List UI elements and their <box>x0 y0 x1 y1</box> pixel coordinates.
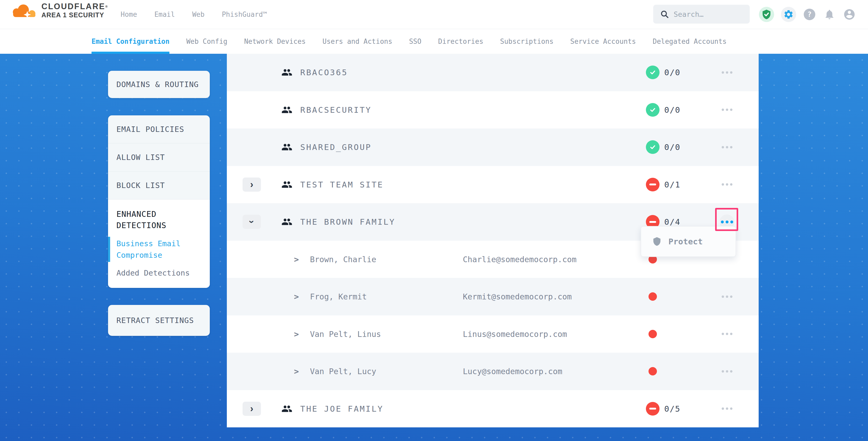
sidebar-item-domains-routing[interactable]: DOMAINS & ROUTING <box>108 71 210 98</box>
sidebar-card-domains: DOMAINS & ROUTING <box>108 71 210 98</box>
row-menu-button[interactable] <box>720 364 734 379</box>
tab-delegated-accounts[interactable]: Delegated Accounts <box>653 29 727 54</box>
status-protected-icon <box>646 103 659 117</box>
nav-email[interactable]: Email <box>154 10 175 18</box>
member-name: Van Pelt, Linus <box>310 329 381 339</box>
app: CLOUDFLARE® AREA 1 SECURITY HomeEmailWeb… <box>0 0 868 441</box>
member-email: Kermit@somedemocorp.com <box>463 292 572 301</box>
protection-count: 0/0 <box>664 68 681 77</box>
row-menu-button[interactable] <box>720 177 734 192</box>
row-menu-button[interactable] <box>720 140 734 154</box>
nav-web[interactable]: Web <box>192 10 205 18</box>
status-unprotected-icon <box>646 178 659 191</box>
member-name: Van Pelt, Lucy <box>310 367 376 376</box>
search-input[interactable] <box>673 10 742 19</box>
table-row-group: RBACSECURITY0/0 <box>227 91 758 129</box>
sidebar-item-business-email-compromise[interactable]: Business Email Compromise <box>108 238 210 261</box>
group-name: SHARED_GROUP <box>300 143 372 152</box>
header-icons: ? <box>759 0 856 29</box>
protection-count: 0/0 <box>664 143 681 152</box>
table-row-group: RBACO3650/0 <box>227 54 758 91</box>
expand-toggle-button[interactable]: › <box>243 215 261 229</box>
chevron-right-icon: › <box>250 180 253 189</box>
people-icon <box>281 141 292 153</box>
people-icon <box>281 403 292 414</box>
expand-toggle-button[interactable]: › <box>243 178 261 192</box>
gear-icon[interactable] <box>781 7 796 22</box>
top-header: CLOUDFLARE® AREA 1 SECURITY HomeEmailWeb… <box>0 0 868 29</box>
brand-name: CLOUDFLARE® <box>41 2 107 11</box>
group-name: RBACSECURITY <box>300 105 372 115</box>
sidebar-item-enhanced-detections[interactable]: ENHANCED DETECTIONS <box>108 209 210 231</box>
cloudflare-logo[interactable]: CLOUDFLARE® AREA 1 SECURITY <box>11 2 107 20</box>
tab-email-configuration[interactable]: Email Configuration <box>92 29 169 54</box>
expand-toggle-button[interactable]: › <box>243 402 261 416</box>
sidebar-section-enhanced-detections: ENHANCED DETECTIONS Business Email Compr… <box>108 199 210 288</box>
row-menu-button[interactable] <box>720 327 734 341</box>
status-unprotected-icon <box>646 402 659 416</box>
protect-menu-item[interactable]: Protect <box>669 237 703 246</box>
protection-count: 0/4 <box>664 217 681 226</box>
tab-directories[interactable]: Directories <box>438 29 483 54</box>
search-box <box>653 5 750 24</box>
tab-sso[interactable]: SSO <box>409 29 422 54</box>
table-row-group: ›THE JOE FAMILY0/5 <box>227 390 758 428</box>
table-row-member: >Frog, KermitKermit@somedemocorp.com <box>227 278 758 315</box>
member-chevron-icon[interactable]: > <box>294 367 299 376</box>
primary-nav: HomeEmailWebPhishGuard™ <box>121 0 267 29</box>
nav-home[interactable]: Home <box>121 10 137 18</box>
page-background: DOMAINS & ROUTING EMAIL POLICIES ALLOW L… <box>0 54 868 441</box>
tab-subscriptions[interactable]: Subscriptions <box>500 29 554 54</box>
table-row-member: >Van Pelt, LinusLinus@somedemocorp.com <box>227 315 758 353</box>
status-unprotected-dot <box>649 292 657 301</box>
member-chevron-icon[interactable]: > <box>294 329 299 339</box>
member-email: Linus@somedemocorp.com <box>463 329 567 339</box>
sidebar-item-email-policies[interactable]: EMAIL POLICIES <box>108 115 210 144</box>
sidebar-item-block-list[interactable]: BLOCK LIST <box>108 171 210 199</box>
people-icon <box>281 104 292 115</box>
cloudflare-cloud-icon <box>11 3 38 20</box>
groups-table: Protect RBACO3650/0RBACSECURITY0/0SHARED… <box>227 54 758 428</box>
sidebar-item-allow-list[interactable]: ALLOW LIST <box>108 144 210 171</box>
people-icon <box>281 216 292 227</box>
row-menu-button[interactable] <box>720 289 734 304</box>
chevron-right-icon: › <box>250 404 253 413</box>
sidebar-item-retract-settings[interactable]: RETRACT SETTINGS <box>108 305 210 336</box>
shield-check-icon[interactable] <box>759 7 774 22</box>
tab-users-and-actions[interactable]: Users and Actions <box>322 29 392 54</box>
status-unprotected-dot <box>649 367 657 375</box>
brand-subtitle: AREA 1 SECURITY <box>41 11 107 19</box>
user-icon[interactable] <box>843 8 856 21</box>
protection-count: 0/0 <box>664 105 681 115</box>
nav-phishguard[interactable]: PhishGuard™ <box>222 10 267 18</box>
table-row-member: >Van Pelt, LucyLucy@somedemocorp.com <box>227 353 758 390</box>
protection-count: 0/1 <box>664 180 681 189</box>
tab-web-config[interactable]: Web Config <box>186 29 227 54</box>
table-row-group: SHARED_GROUP0/0 <box>227 128 758 166</box>
row-menu-button[interactable] <box>720 65 734 80</box>
shield-icon <box>652 237 662 246</box>
member-chevron-icon[interactable]: > <box>294 292 299 301</box>
people-icon <box>281 67 292 78</box>
group-name: THE JOE FAMILY <box>300 404 383 413</box>
tab-network-devices[interactable]: Network Devices <box>244 29 306 54</box>
group-name: RBACO365 <box>300 68 348 77</box>
sidebar-item-added-detections[interactable]: Added Detections <box>108 267 210 279</box>
status-protected-icon <box>646 66 659 79</box>
search-icon <box>660 10 669 19</box>
row-menu-button[interactable] <box>720 102 734 117</box>
tab-bar: Email ConfigurationWeb ConfigNetwork Dev… <box>0 29 868 54</box>
group-name: THE BROWN FAMILY <box>300 217 396 226</box>
member-email: Charlie@somedemocorp.com <box>463 255 577 264</box>
help-icon[interactable]: ? <box>803 8 816 21</box>
member-chevron-icon[interactable]: > <box>294 255 299 264</box>
tab-service-accounts[interactable]: Service Accounts <box>570 29 636 54</box>
status-protected-icon <box>646 140 659 154</box>
chevron-down-icon: › <box>247 220 256 223</box>
protection-count: 0/5 <box>664 404 681 413</box>
bell-icon[interactable] <box>823 8 836 21</box>
row-menu-button[interactable] <box>720 401 734 416</box>
sidebar-card-policies: EMAIL POLICIES ALLOW LIST BLOCK LIST ENH… <box>108 115 210 288</box>
member-email: Lucy@somedemocorp.com <box>463 367 562 376</box>
status-unprotected-dot <box>649 330 657 338</box>
